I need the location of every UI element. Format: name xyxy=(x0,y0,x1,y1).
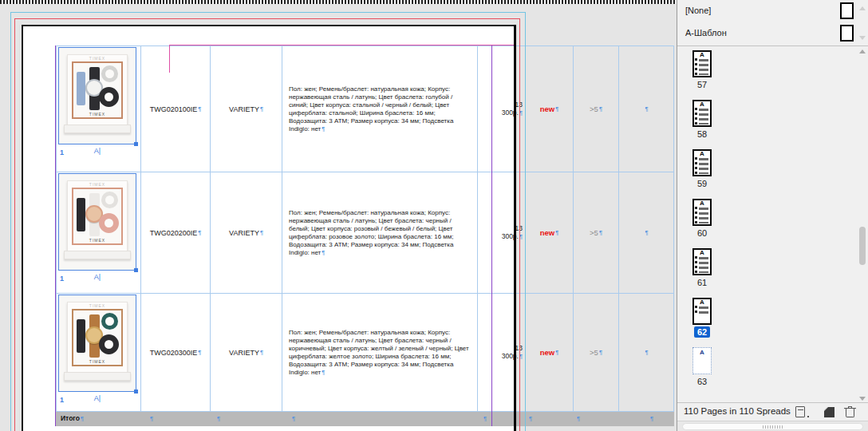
quantity-value: >5 xyxy=(590,105,598,113)
masters-section: [None] А-Шаблон xyxy=(677,0,868,46)
page-thumbnail[interactable]: A xyxy=(692,298,712,325)
new-badge-cell[interactable]: new¶ xyxy=(525,294,573,411)
horizontal-scrollbar[interactable] xyxy=(677,421,868,431)
product-photo-frame[interactable]: TIMEX TIMEX xyxy=(58,295,136,392)
end-of-cell-marker: ¶ xyxy=(529,415,532,422)
page-number-label[interactable]: 61 xyxy=(697,277,707,288)
page-number-label[interactable]: 63 xyxy=(697,376,707,387)
description-cell[interactable]: Пол: жен; Ремень/браслет: натуральная ко… xyxy=(282,46,477,172)
page-thumbnail[interactable]: A xyxy=(692,347,712,374)
page-number-label[interactable]: 58 xyxy=(697,129,707,140)
end-of-cell-marker: ¶ xyxy=(555,105,558,113)
master-page-row[interactable]: [None] xyxy=(677,0,868,22)
product-table[interactable]: TIMEX TIMEX А| 1 TWG0 xyxy=(56,45,674,425)
overset-marker: 1 xyxy=(60,149,64,156)
page-item[interactable]: A 58 xyxy=(682,100,722,140)
scroll-down-icon[interactable] xyxy=(859,397,866,401)
bezel-ring-bottom xyxy=(99,87,119,107)
masters-scroll-up-icon[interactable] xyxy=(859,6,866,10)
end-of-cell-marker: ¶ xyxy=(322,125,325,132)
product-photo-frame[interactable]: TIMEX TIMEX xyxy=(58,47,136,144)
end-of-cell-marker: ¶ xyxy=(555,229,558,236)
price-cell[interactable]: 13300р.¶ xyxy=(477,46,525,172)
new-page-icon[interactable] xyxy=(824,407,834,417)
page-item[interactable]: A 57 xyxy=(682,50,722,90)
page-item[interactable]: A 63 xyxy=(682,347,722,387)
article-code: TWG020300IE xyxy=(150,349,198,357)
box-inner: TIMEX xyxy=(72,188,123,245)
end-of-cell-marker: ¶ xyxy=(292,415,295,422)
scrollbar-track[interactable] xyxy=(682,423,863,430)
masters-scroll-down-icon[interactable] xyxy=(859,36,866,40)
end-of-cell-marker: ¶ xyxy=(260,229,263,236)
frame-handle[interactable] xyxy=(134,389,138,393)
description-cell[interactable]: Пол: жен; Ремень/браслет: натуральная ко… xyxy=(282,294,477,411)
footer-total-label: Итого¶ xyxy=(61,414,84,422)
page-number-label[interactable]: 62 xyxy=(694,326,710,338)
page-thumbnail[interactable]: A xyxy=(692,199,712,226)
quantity-cell[interactable]: >5¶ xyxy=(573,46,618,172)
empty-cell[interactable]: ¶ xyxy=(618,172,674,293)
article-cell[interactable]: TWG020300IE¶ xyxy=(140,294,210,411)
scrollbar-thumb[interactable] xyxy=(859,227,866,265)
description-cell[interactable]: Пол: жен; Ремень/браслет: натуральная ко… xyxy=(282,172,477,293)
new-badge-cell[interactable]: new¶ xyxy=(525,46,573,172)
page-number-label[interactable]: 57 xyxy=(697,79,707,90)
frame-handle[interactable] xyxy=(134,142,138,146)
page-item[interactable]: A 59 xyxy=(682,149,722,189)
product-image-cell[interactable]: TIMEX TIMEX А| 1 xyxy=(56,294,140,411)
master-page-icon[interactable] xyxy=(840,25,854,42)
box-inner: TIMEX xyxy=(72,309,123,366)
page-item[interactable]: A 62 xyxy=(682,298,722,338)
new-badge-cell[interactable]: new¶ xyxy=(525,172,573,293)
page-number-label[interactable]: 60 xyxy=(697,227,707,239)
product-image-cell[interactable]: TIMEX TIMEX А| 1 xyxy=(56,46,140,172)
table-row[interactable]: TIMEX TIMEX А| 1 TWG0 xyxy=(56,46,674,172)
master-letter: A xyxy=(700,349,704,356)
table-footer-row[interactable]: Итого¶ ¶ ¶ ¶ ¶ ¶ ¶ ¶ xyxy=(56,412,674,426)
document-canvas[interactable]: TIMEX TIMEX А| 1 TWG0 xyxy=(0,0,677,431)
product-photo: TIMEX TIMEX xyxy=(59,48,136,144)
master-page-icon[interactable] xyxy=(840,2,854,19)
page-thumbnail[interactable]: A xyxy=(692,100,712,127)
end-of-cell-marker: ¶ xyxy=(599,229,602,236)
pages-panel: [None] А-Шаблон A 57 A 58 A 59 xyxy=(677,0,868,431)
product-photo-frame[interactable]: TIMEX TIMEX xyxy=(58,173,136,271)
delete-page-icon[interactable] xyxy=(845,406,855,417)
page-thumbnail[interactable]: A xyxy=(692,149,712,176)
page-thumbnail[interactable]: A xyxy=(692,50,712,77)
collection-cell[interactable]: VARIETY¶ xyxy=(210,46,282,172)
table-row[interactable]: TIMEX TIMEX А| 1 TWG0 xyxy=(56,294,674,412)
table-row[interactable]: TIMEX TIMEX А| 1 TWG0 xyxy=(56,172,674,294)
article-code: TWG020200IE xyxy=(150,229,198,237)
master-page-row[interactable]: А-Шаблон xyxy=(677,22,868,45)
page-number-label[interactable]: 59 xyxy=(697,178,707,189)
article-cell[interactable]: TWG020200IE¶ xyxy=(140,172,210,293)
frame-handle[interactable] xyxy=(134,268,138,272)
pages-scrollbar[interactable] xyxy=(858,49,867,401)
end-of-cell-marker: ¶ xyxy=(81,415,84,422)
overset-marker: 1 xyxy=(60,397,64,404)
description-text: Пол: жен; Ремень/браслет: натуральная ко… xyxy=(289,209,469,257)
create-spread-icon[interactable] xyxy=(795,406,805,417)
page-item[interactable]: A 61 xyxy=(682,248,722,288)
quantity-cell[interactable]: >5¶ xyxy=(573,172,618,293)
end-of-cell-marker: ¶ xyxy=(322,369,325,376)
empty-cell[interactable]: ¶ xyxy=(618,46,674,172)
quantity-cell[interactable]: >5¶ xyxy=(573,294,618,411)
price-cell[interactable]: 13300р.¶ xyxy=(477,172,525,293)
scrollbar-grip[interactable] xyxy=(763,425,783,429)
collection-cell[interactable]: VARIETY¶ xyxy=(210,294,282,411)
price-cell[interactable]: 13300р.¶ xyxy=(477,294,525,411)
article-code: TWG020100IE xyxy=(150,105,198,113)
scroll-up-icon[interactable] xyxy=(859,49,866,53)
page-item[interactable]: A 60 xyxy=(682,199,722,239)
article-cell[interactable]: TWG020100IE¶ xyxy=(140,46,210,172)
end-of-cell-marker: ¶ xyxy=(519,109,523,117)
thumbnail-content xyxy=(695,256,709,273)
empty-cell[interactable]: ¶ xyxy=(618,294,674,411)
brand-label: TIMEX xyxy=(73,112,121,117)
collection-cell[interactable]: VARIETY¶ xyxy=(210,172,282,293)
product-image-cell[interactable]: TIMEX TIMEX А| 1 xyxy=(56,172,140,293)
page-thumbnail[interactable]: A xyxy=(692,248,712,275)
